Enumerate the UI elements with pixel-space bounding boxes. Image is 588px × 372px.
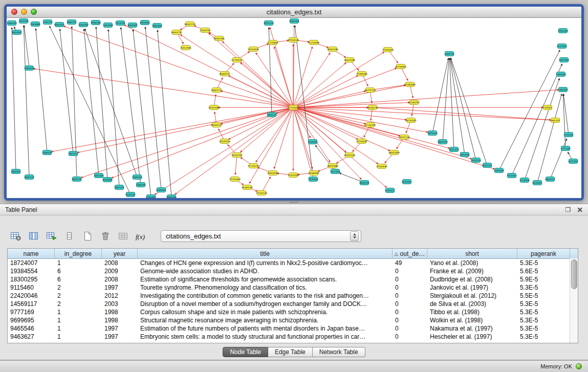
network-node[interactable]: 2030344 xyxy=(78,23,89,27)
table-scrollbar[interactable] xyxy=(570,258,578,343)
network-node[interactable]: 2064883 xyxy=(30,22,40,27)
network-edge[interactable] xyxy=(209,33,293,107)
split-pane-handle[interactable] xyxy=(289,201,298,203)
network-node[interactable]: 8354894 xyxy=(102,178,113,182)
table-row[interactable]: 2242004622012Investigating the contribut… xyxy=(8,292,578,300)
network-node[interactable]: 1586795 xyxy=(136,183,146,187)
network-node[interactable]: 17483083 xyxy=(404,82,416,87)
network-node[interactable]: 1860702 xyxy=(67,20,77,25)
tab-node-table[interactable]: Node Table xyxy=(223,347,268,357)
network-edge[interactable] xyxy=(235,155,237,174)
network-edge[interactable] xyxy=(293,53,330,107)
network-node[interactable]: 12218832 xyxy=(267,40,279,45)
network-node[interactable]: 1677709 xyxy=(18,19,29,24)
network-node[interactable]: 9572229 xyxy=(264,21,274,26)
close-window-button[interactable] xyxy=(11,9,17,15)
network-node[interactable]: 1335274 xyxy=(42,20,53,25)
network-edge[interactable] xyxy=(293,102,409,107)
network-node[interactable]: 17004047 xyxy=(376,164,388,169)
table-edit-icon[interactable] xyxy=(45,230,58,242)
new-document-icon[interactable] xyxy=(81,230,94,242)
network-node[interactable]: 5905134 xyxy=(24,175,34,180)
network-node[interactable]: 18304722 xyxy=(211,123,223,127)
network-node[interactable]: 7513105 xyxy=(115,21,125,26)
network-edge[interactable] xyxy=(50,26,130,194)
network-node[interactable]: 19734903 xyxy=(395,64,407,69)
network-node[interactable]: 9460412 xyxy=(545,177,555,182)
network-edge[interactable] xyxy=(181,35,293,107)
network-node[interactable]: 17253443 xyxy=(229,177,241,182)
network-node[interactable]: 16046742 xyxy=(367,105,379,110)
scrollbar-thumb[interactable] xyxy=(571,259,577,289)
network-edge[interactable] xyxy=(293,107,365,124)
table-settings-icon[interactable] xyxy=(9,230,23,242)
network-node[interactable]: 16961436 xyxy=(327,47,339,52)
network-edge[interactable] xyxy=(12,28,16,171)
network-node[interactable]: 1605449 xyxy=(494,168,504,173)
network-node[interactable]: 2591500 xyxy=(94,173,104,178)
network-node[interactable]: 1850404 xyxy=(152,24,162,28)
network-node[interactable]: 8694204 xyxy=(359,181,369,185)
rows-icon[interactable] xyxy=(63,230,76,242)
column-header-pagerank[interactable]: pagerank xyxy=(517,249,570,258)
network-node[interactable]: 16342591 xyxy=(231,153,243,158)
network-node[interactable]: 15089995 xyxy=(308,171,320,176)
network-edge[interactable] xyxy=(449,58,454,149)
network-node[interactable]: 8235601 xyxy=(532,181,542,185)
network-node[interactable]: 9465546 xyxy=(166,195,177,199)
network-node[interactable]: 17450403 xyxy=(382,48,394,52)
table-row[interactable]: 1938455462009Genome-wide association stu… xyxy=(8,267,578,275)
network-node[interactable]: 18957884 xyxy=(327,164,339,168)
network-node[interactable]: 9561043 xyxy=(558,29,568,33)
delete-column-icon[interactable] xyxy=(99,230,112,242)
network-node[interactable]: 17554144 xyxy=(288,38,299,42)
network-edge[interactable] xyxy=(499,50,560,170)
network-node[interactable]: 1804542 xyxy=(11,169,21,174)
network-edge[interactable] xyxy=(550,139,567,179)
network-node[interactable]: 1681401 xyxy=(550,118,560,123)
network-edge[interactable] xyxy=(295,26,313,179)
network-node[interactable]: 16344194 xyxy=(242,185,253,190)
network-edge[interactable] xyxy=(155,107,293,194)
citation-network-graph[interactable]: 1724069175541441125493816961436196192831… xyxy=(7,18,581,198)
network-node[interactable]: 12537049 xyxy=(288,173,299,178)
network-node[interactable]: 16687512 xyxy=(219,72,231,76)
network-edge[interactable] xyxy=(525,79,559,180)
network-node[interactable]: 7892046 xyxy=(460,152,470,157)
table-row[interactable]: 1456911722003Disruption of a novel membe… xyxy=(8,300,578,308)
network-edge[interactable] xyxy=(293,47,312,107)
network-node[interactable]: 16901792 xyxy=(171,30,183,35)
network-node[interactable]: 9046038 xyxy=(91,20,101,25)
network-node[interactable]: 1679193 xyxy=(427,131,438,136)
network-node[interactable]: 6298504 xyxy=(156,188,166,192)
network-node[interactable]: 1677353 xyxy=(568,159,578,164)
network-edge[interactable] xyxy=(221,91,293,107)
network-edge[interactable] xyxy=(60,29,73,154)
network-node[interactable]: 1534445 xyxy=(308,140,318,144)
network-node[interactable]: 8554452 xyxy=(402,180,412,184)
network-node[interactable]: 22063742 xyxy=(200,28,211,33)
tab-edge-table[interactable]: Edge Table xyxy=(268,347,313,357)
network-edge[interactable] xyxy=(24,26,29,177)
float-panel-icon[interactable]: ❐ xyxy=(565,207,571,213)
minimize-window-button[interactable] xyxy=(21,9,27,15)
network-node[interactable]: 1664734 xyxy=(444,52,454,56)
network-edge[interactable] xyxy=(293,107,378,164)
network-window-titlebar[interactable]: citations_edges.txt xyxy=(7,7,581,18)
network-edge[interactable] xyxy=(274,107,293,168)
network-node[interactable]: 19557195 xyxy=(399,135,410,140)
network-node[interactable]: 16091396 xyxy=(213,36,225,41)
network-edge[interactable] xyxy=(133,30,151,197)
network-edge[interactable] xyxy=(373,107,551,120)
column-header-year[interactable]: year xyxy=(102,249,138,258)
network-edge[interactable] xyxy=(85,29,137,177)
network-node[interactable]: 9227344 xyxy=(557,44,567,49)
network-edge[interactable] xyxy=(293,107,312,168)
network-node[interactable]: 15302081 xyxy=(208,105,220,110)
table-row[interactable]: 1872400712008Changes of HCN gene express… xyxy=(8,259,578,267)
network-node[interactable]: 8561952 xyxy=(54,23,64,27)
table-row[interactable]: 911546021997Tourette syndrome. Phenomeno… xyxy=(8,283,578,292)
network-node[interactable]: 9552154 xyxy=(449,147,459,152)
network-node[interactable]: 12116108 xyxy=(364,123,376,127)
network-edge[interactable] xyxy=(108,30,119,187)
